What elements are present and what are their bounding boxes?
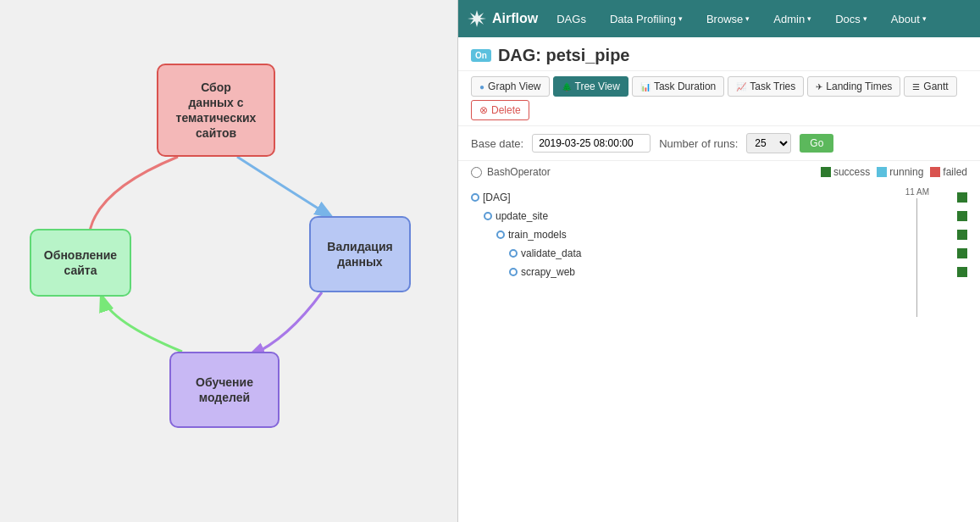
docs-caret: ▾ — [863, 14, 867, 23]
landing-times-label: Landing Times — [826, 81, 892, 92]
navbar-brand: Airflow — [467, 8, 538, 29]
tree-circle-update-site — [484, 212, 492, 220]
on-badge: On — [471, 49, 491, 62]
gantt-icon: ☰ — [912, 82, 920, 92]
go-button[interactable]: Go — [800, 134, 833, 153]
failed-box — [930, 167, 940, 177]
dag-header: On DAG: petsi_pipe — [458, 37, 980, 71]
bash-operator-radio[interactable] — [471, 167, 482, 178]
base-date-input[interactable] — [532, 134, 651, 153]
tree-circle-validate-data — [509, 249, 518, 258]
task-duration-icon: 📊 — [640, 82, 651, 92]
tree-square-scrapy-web[interactable] — [957, 267, 967, 277]
task-duration-label: Task Duration — [654, 81, 716, 92]
tree-container: 11 AM [DAG] update_site — [458, 183, 980, 522]
delete-button[interactable]: ⊗ Delete — [471, 100, 529, 120]
tree-square-update-site[interactable] — [957, 211, 967, 221]
delete-label: Delete — [491, 104, 521, 116]
admin-caret: ▾ — [807, 14, 811, 23]
tree-view-button[interactable]: 🌲 Tree View — [553, 76, 628, 97]
tree-row-train-models: train_models — [496, 229, 967, 241]
tree-label-scrapy-web: scrapy_web — [509, 266, 575, 278]
tree-circle-dag — [471, 193, 479, 202]
task-tries-icon: 📈 — [736, 82, 746, 92]
nav-dags[interactable]: DAGs — [551, 9, 591, 29]
dag-title: DAG: petsi_pipe — [498, 46, 630, 65]
about-caret: ▾ — [922, 14, 927, 23]
browse-caret: ▾ — [745, 14, 750, 23]
delete-icon: ⊗ — [479, 104, 488, 116]
page-container: Сбор данных с тематических сайтов Валида… — [0, 0, 980, 522]
tree-square-train-models[interactable] — [957, 230, 967, 240]
running-box — [877, 167, 887, 177]
legend-success: success — [821, 166, 870, 178]
node-collect: Сбор данных с тематических сайтов — [157, 64, 275, 157]
tree-view-icon: 🌲 — [562, 82, 572, 92]
graph-view-label: Graph View — [488, 81, 540, 92]
tree-circle-train-models — [496, 230, 505, 239]
tree-circle-scrapy-web — [509, 268, 518, 276]
task-duration-button[interactable]: 📊 Task Duration — [632, 76, 724, 97]
airflow-logo-icon — [467, 8, 487, 29]
num-runs-label: Number of runs: — [659, 137, 738, 150]
legend-running: running — [877, 166, 923, 178]
tree-row-scrapy-web: scrapy_web — [509, 266, 967, 278]
graph-view-button[interactable]: ● Graph View — [471, 76, 550, 97]
tree-view-label: Tree View — [575, 81, 620, 92]
success-box — [821, 167, 831, 177]
legend-items: success running failed — [821, 166, 967, 178]
node-update: Обновление сайта — [30, 229, 131, 297]
legend-failed: failed — [930, 166, 967, 178]
tree-label-validate-data: validate_data — [509, 247, 581, 259]
gantt-button[interactable]: ☰ Gantt — [904, 76, 956, 97]
base-date-label: Base date: — [471, 137, 523, 150]
controls-bar: Base date: Number of runs: 25 50 100 Go — [458, 126, 980, 161]
node-train: Обучение моделей — [169, 352, 280, 428]
airflow-panel: Airflow DAGs Data Profiling ▾ Browse ▾ A… — [457, 0, 980, 522]
tree-label-dag: [DAG] — [471, 192, 511, 203]
operator-label: BashOperator — [487, 166, 551, 178]
tree-time-header: 11 AM — [905, 187, 929, 319]
brand-label: Airflow — [492, 11, 538, 26]
tree-square-validate-data[interactable] — [957, 248, 967, 258]
nav-admin[interactable]: Admin ▾ — [768, 9, 817, 29]
tree-label-update-site: update_site — [484, 210, 548, 222]
node-validate: Валидация данных — [309, 216, 411, 292]
svg-marker-0 — [468, 10, 486, 27]
task-tries-button[interactable]: 📈 Task Tries — [728, 76, 804, 97]
tree-row-validate-data: validate_data — [509, 247, 967, 259]
nav-browse[interactable]: Browse ▾ — [701, 9, 755, 29]
tree-row-dag: [DAG] — [471, 192, 967, 203]
nav-data-profiling[interactable]: Data Profiling ▾ — [605, 9, 688, 29]
graph-view-dot: ● — [479, 82, 484, 92]
diagram-panel: Сбор данных с тематических сайтов Валида… — [0, 0, 457, 522]
tree-row-update-site: update_site — [484, 210, 967, 222]
task-tries-label: Task Tries — [750, 81, 795, 92]
nav-about[interactable]: About ▾ — [886, 9, 932, 29]
legend-row: BashOperator success running failed — [458, 161, 980, 183]
data-profiling-caret: ▾ — [678, 14, 683, 23]
navbar: Airflow DAGs Data Profiling ▾ Browse ▾ A… — [458, 0, 980, 37]
num-runs-select[interactable]: 25 50 100 — [746, 133, 791, 153]
gantt-label: Gantt — [923, 81, 948, 92]
nav-docs[interactable]: Docs ▾ — [830, 9, 872, 29]
tree-square-dag[interactable] — [957, 192, 967, 203]
toolbar: ● Graph View 🌲 Tree View 📊 Task Duration… — [458, 71, 980, 126]
landing-times-button[interactable]: ✈ Landing Times — [807, 76, 900, 97]
landing-times-icon: ✈ — [816, 82, 822, 92]
tree-label-train-models: train_models — [496, 229, 567, 241]
